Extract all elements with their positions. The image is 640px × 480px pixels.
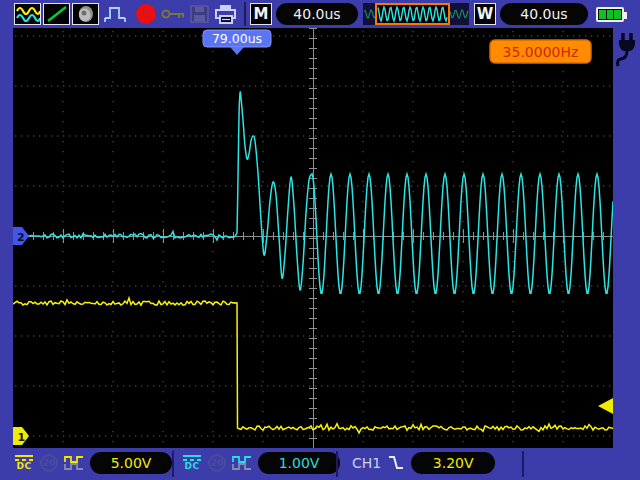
pulse-icon xyxy=(103,3,129,25)
ch2-scale-readout: 1.00V xyxy=(258,452,340,474)
ch2-invert-icon xyxy=(232,454,252,472)
main-timebase-readout: 40.0us xyxy=(276,3,358,25)
ch2-position-marker: 2 xyxy=(13,227,29,245)
status-divider xyxy=(336,451,338,477)
frequency-badge: 35.0000Hz xyxy=(490,40,591,63)
trigger-level-readout: 3.20V xyxy=(411,452,495,474)
record-icon xyxy=(135,3,157,25)
ch1-coupling-label: DC xyxy=(16,462,31,471)
top-toolbar: M 40.0us W 40.0us xyxy=(0,0,640,28)
trigger-source-label: CH1 xyxy=(352,455,381,471)
waveform-display: 2 1 79.00us 35.0000Hz xyxy=(13,28,613,448)
channel-waveforms-button[interactable] xyxy=(14,3,41,25)
thumbnail-image-icon xyxy=(74,5,98,23)
ch2-marker-label: 2 xyxy=(17,231,25,244)
oscilloscope-screen: M 40.0us W 40.0us 2 1 xyxy=(0,0,640,480)
thumbnail-button[interactable] xyxy=(72,3,99,25)
toolbar-divider xyxy=(244,2,246,26)
ac-power-indicator xyxy=(615,32,639,74)
ch1-position-marker: 1 xyxy=(13,427,29,445)
ch1-marker-label: 1 xyxy=(18,431,26,444)
slope-button[interactable] xyxy=(43,3,70,25)
ch2-status-group: DC 20 1.00V xyxy=(182,452,340,474)
zoom-window-preview-icon xyxy=(363,3,469,25)
battery-icon xyxy=(596,7,624,22)
channel-waveforms-icon xyxy=(16,5,40,23)
graticule: 2 1 79.00us 35.0000Hz xyxy=(13,28,613,448)
printer-icon xyxy=(214,4,238,25)
lock-button[interactable] xyxy=(161,7,187,21)
trigger-status-group: CH1 3.20V xyxy=(352,452,495,474)
ch2-coupling-icon: DC xyxy=(182,455,202,471)
print-button[interactable] xyxy=(214,4,238,25)
status-divider xyxy=(172,451,174,477)
grid-dots xyxy=(13,28,613,448)
window-timebase-readout: 40.0us xyxy=(500,3,588,25)
ch1-invert-icon xyxy=(64,454,84,472)
ch1-scale-readout: 5.00V xyxy=(90,452,172,474)
trigger-level-arrow-icon xyxy=(598,398,613,414)
slope-line-icon xyxy=(45,5,69,23)
ch1-status-group: DC 20 5.00V xyxy=(14,452,172,474)
ch2-coupling-label: DC xyxy=(184,462,199,471)
ch1-bandwidth-limit-icon: 20 xyxy=(40,454,58,472)
status-bar: DC 20 5.00V DC 20 1.00V C xyxy=(0,448,640,480)
frequency-readout: 35.0000Hz xyxy=(503,44,579,60)
ch1-coupling-icon: DC xyxy=(14,455,34,471)
trigger-falling-edge-icon xyxy=(387,454,405,472)
save-button[interactable] xyxy=(190,5,210,23)
zoom-window-preview xyxy=(363,3,469,25)
window-timebase-indicator: W xyxy=(474,3,496,25)
power-plug-icon xyxy=(615,32,639,74)
status-divider xyxy=(522,451,524,477)
pulse-button[interactable] xyxy=(103,3,129,25)
record-button[interactable] xyxy=(135,3,157,25)
key-lock-icon xyxy=(161,7,187,21)
trigger-position-readout: 79.00us xyxy=(212,31,262,46)
save-disk-icon xyxy=(190,5,210,23)
main-timebase-indicator: M xyxy=(250,3,272,25)
ch2-bandwidth-limit-icon: 20 xyxy=(208,454,226,472)
